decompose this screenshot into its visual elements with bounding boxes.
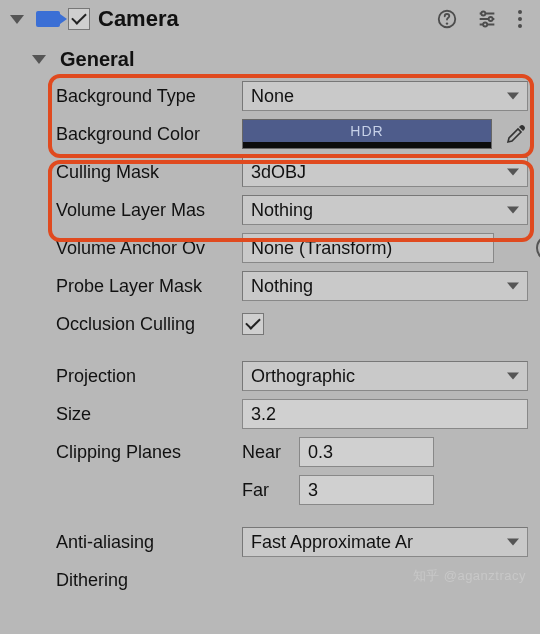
far-input[interactable] [299,475,434,505]
label-volume-anchor: Volume Anchor Ov [56,238,236,259]
chevron-down-icon [507,539,519,546]
svg-point-2 [481,11,485,15]
size-input[interactable] [242,399,528,429]
component-title: Camera [98,6,428,32]
volume-layer-mask-dropdown[interactable]: Nothing [242,195,528,225]
object-picker-icon[interactable] [536,235,540,261]
chevron-down-icon [507,169,519,176]
component-foldout[interactable] [10,15,24,24]
background-color-field[interactable]: HDR [242,119,492,149]
probe-layer-mask-value: Nothing [251,276,313,297]
culling-mask-value: 3dOBJ [251,162,306,183]
volume-layer-mask-value: Nothing [251,200,313,221]
presets-icon[interactable] [476,8,498,30]
eyedropper-icon[interactable] [504,122,528,146]
culling-mask-dropdown[interactable]: 3dOBJ [242,157,528,187]
label-culling-mask: Culling Mask [56,162,236,183]
background-type-dropdown[interactable]: None [242,81,528,111]
label-far: Far [242,480,297,501]
label-projection: Projection [56,366,236,387]
label-size: Size [56,404,236,425]
svg-point-7 [518,24,522,28]
chevron-down-icon [507,207,519,214]
hdr-badge: HDR [243,120,491,142]
label-dithering: Dithering [56,570,236,591]
near-input[interactable] [299,437,434,467]
probe-layer-mask-dropdown[interactable]: Nothing [242,271,528,301]
help-icon[interactable] [436,8,458,30]
projection-dropdown[interactable]: Orthographic [242,361,528,391]
volume-anchor-value: None (Transform) [251,238,392,259]
section-foldout[interactable] [32,55,46,64]
section-title: General [60,48,134,71]
svg-point-4 [483,22,487,26]
svg-point-6 [518,17,522,21]
label-anti-aliasing: Anti-aliasing [56,532,236,553]
svg-point-1 [446,22,448,24]
label-volume-layer-mask: Volume Layer Mas [56,200,236,221]
label-near: Near [242,442,297,463]
anti-aliasing-value: Fast Approximate Ar [251,532,413,553]
svg-point-5 [518,10,522,14]
label-occlusion-culling: Occlusion Culling [56,314,236,335]
kebab-menu-icon[interactable] [516,8,524,30]
label-background-color: Background Color [56,124,236,145]
volume-anchor-object-field[interactable]: None (Transform) [242,233,494,263]
label-probe-layer-mask: Probe Layer Mask [56,276,236,297]
label-clipping-planes: Clipping Planes [56,442,236,463]
occlusion-culling-checkbox[interactable] [242,313,264,335]
projection-value: Orthographic [251,366,355,387]
svg-point-3 [489,17,493,21]
chevron-down-icon [507,373,519,380]
chevron-down-icon [507,283,519,290]
anti-aliasing-dropdown[interactable]: Fast Approximate Ar [242,527,528,557]
background-type-value: None [251,86,294,107]
watermark: 知乎 @aganztracy [413,567,526,585]
chevron-down-icon [507,93,519,100]
camera-icon [36,11,60,27]
label-background-type: Background Type [56,86,236,107]
alpha-bar [243,142,491,148]
component-enable-checkbox[interactable] [68,8,90,30]
